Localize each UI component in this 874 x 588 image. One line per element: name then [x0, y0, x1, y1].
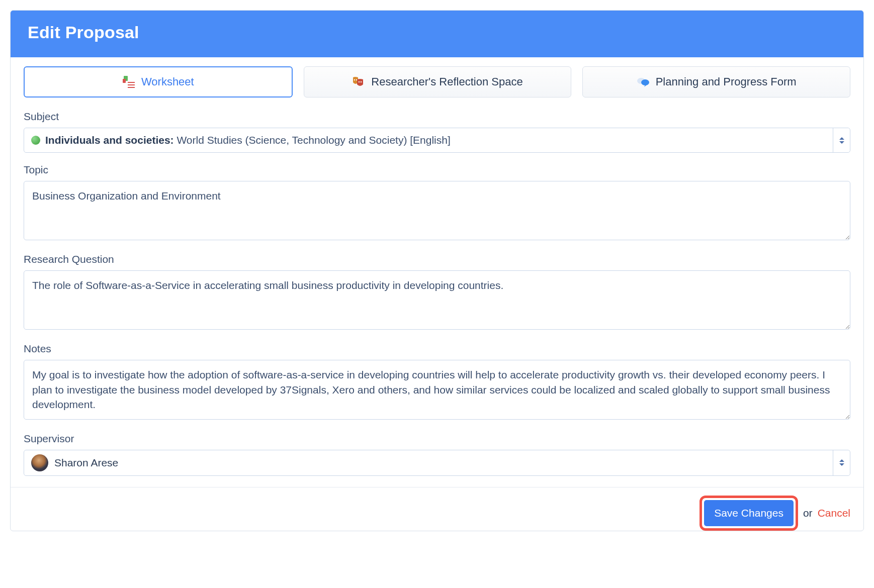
select-spinner-icon[interactable] — [833, 128, 850, 152]
chevron-down-icon — [839, 463, 844, 466]
supervisor-name: Sharon Arese — [54, 457, 118, 469]
field-supervisor: Supervisor Sharon Arese — [24, 433, 850, 476]
subject-label: Subject — [24, 111, 850, 123]
topic-input[interactable] — [24, 181, 850, 240]
field-research-question: Research Question — [24, 253, 850, 332]
modal-footer: Save Changes or Cancel — [11, 487, 863, 531]
research-question-input[interactable] — [24, 270, 850, 330]
tab-worksheet-label: Worksheet — [141, 75, 194, 88]
chevron-up-icon — [839, 459, 844, 462]
notes-input[interactable] — [24, 360, 850, 419]
chevron-down-icon — [839, 141, 844, 144]
research-question-label: Research Question — [24, 253, 850, 265]
modal-header: Edit Proposal — [11, 11, 863, 57]
avatar — [31, 454, 48, 471]
tab-reflection[interactable]: Researcher's Reflection Space — [304, 66, 572, 97]
modal-body: Worksheet Researcher's Reflection Space — [11, 57, 863, 487]
supervisor-select[interactable]: Sharon Arese — [24, 450, 850, 476]
topic-label: Topic — [24, 164, 850, 176]
speech-bubble-icon — [637, 75, 650, 88]
or-text: or — [803, 507, 813, 519]
tab-planning[interactable]: Planning and Progress Form — [582, 66, 850, 97]
edit-proposal-modal: Edit Proposal Worksheet — [10, 10, 864, 531]
svg-point-3 — [361, 81, 362, 82]
svg-point-0 — [354, 79, 355, 80]
masks-icon — [352, 75, 365, 88]
supervisor-label: Supervisor — [24, 433, 850, 445]
subject-category: Individuals and societies: — [45, 134, 174, 146]
field-subject: Subject Individuals and societies: World… — [24, 111, 850, 153]
field-topic: Topic — [24, 164, 850, 242]
tab-reflection-label: Researcher's Reflection Space — [371, 75, 522, 88]
svg-point-2 — [359, 81, 360, 82]
subject-select[interactable]: Individuals and societies: World Studies… — [24, 128, 850, 153]
save-highlight: Save Changes — [700, 496, 798, 531]
cancel-link[interactable]: Cancel — [818, 507, 850, 519]
subject-detail: World Studies (Science, Technology and S… — [177, 134, 450, 146]
chevron-up-icon — [839, 137, 844, 140]
svg-point-1 — [356, 79, 357, 80]
tab-planning-label: Planning and Progress Form — [656, 75, 797, 88]
field-notes: Notes — [24, 343, 850, 421]
select-spinner-icon[interactable] — [833, 450, 850, 475]
page-title: Edit Proposal — [28, 23, 846, 42]
save-button[interactable]: Save Changes — [704, 500, 794, 526]
globe-icon — [31, 136, 40, 145]
tab-worksheet[interactable]: Worksheet — [24, 66, 293, 97]
tabs-row: Worksheet Researcher's Reflection Space — [24, 66, 850, 97]
worksheet-icon — [122, 75, 135, 88]
svg-point-5 — [641, 79, 649, 85]
notes-label: Notes — [24, 343, 850, 355]
